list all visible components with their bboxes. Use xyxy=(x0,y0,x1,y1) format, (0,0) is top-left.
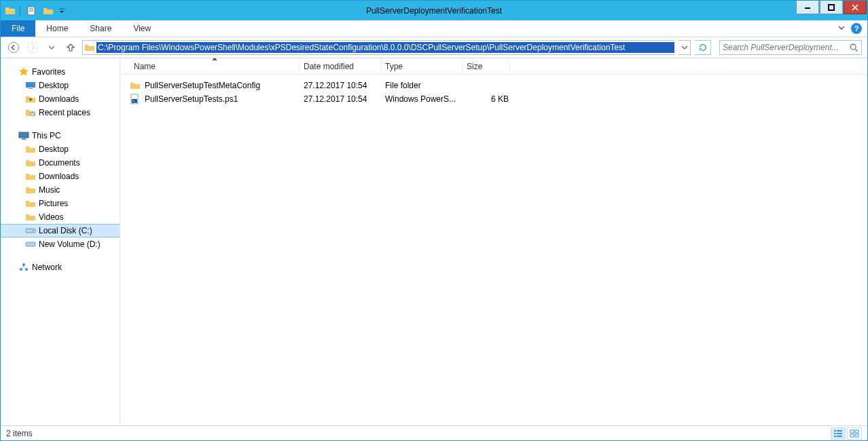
svg-rect-5 xyxy=(805,7,810,9)
file-name: PullServerSetupTestMetaConfig xyxy=(145,81,260,90)
sidebar-item-videos[interactable]: Videos xyxy=(1,210,120,224)
up-button[interactable] xyxy=(63,40,78,55)
maximize-button[interactable] xyxy=(820,1,843,14)
file-list-area[interactable]: Name Date modified Type Size PullServerS… xyxy=(120,58,867,425)
navigation-pane[interactable]: Favorites Desktop Downloads Recent place… xyxy=(1,58,120,425)
minimize-button[interactable] xyxy=(796,1,819,14)
column-type-label: Type xyxy=(385,62,403,71)
disk-icon xyxy=(25,239,36,250)
navigation-bar: C:\Program Files\WindowsPowerShell\Modul… xyxy=(1,37,867,58)
close-button[interactable] xyxy=(844,1,867,14)
sidebar-item-thispc[interactable]: This PC xyxy=(1,129,120,142)
favorites-group: Favorites Desktop Downloads Recent place… xyxy=(1,65,120,119)
svg-rect-28 xyxy=(834,436,836,437)
tab-view[interactable]: View xyxy=(122,20,162,37)
item-count: 2 items xyxy=(6,429,33,438)
view-switcher xyxy=(831,427,862,440)
desktop-icon xyxy=(25,80,36,91)
qat-customize-chevron-icon[interactable] xyxy=(57,6,67,16)
address-folder-icon xyxy=(83,42,96,53)
cell-date: 27.12.2017 10:54 xyxy=(304,94,385,104)
tab-share[interactable]: Share xyxy=(79,20,122,37)
sidebar-item-desktop[interactable]: Desktop xyxy=(1,79,120,92)
svg-rect-6 xyxy=(829,5,834,10)
search-icon[interactable] xyxy=(846,43,861,52)
svg-rect-17 xyxy=(26,242,35,246)
sidebar-item-downloads-pc[interactable]: Downloads xyxy=(1,170,120,183)
qat-newfolder-icon[interactable] xyxy=(41,3,56,18)
documents-icon xyxy=(25,157,36,168)
thispc-label: This PC xyxy=(32,131,61,140)
sidebar-item-downloads[interactable]: Downloads xyxy=(1,92,120,106)
table-row[interactable]: PullServerSetupTestMetaConfig 27.12.2017… xyxy=(120,79,867,92)
file-tab[interactable]: File xyxy=(1,20,35,37)
address-path[interactable]: C:\Program Files\WindowsPowerShell\Modul… xyxy=(96,42,674,53)
address-bar[interactable]: C:\Program Files\WindowsPowerShell\Modul… xyxy=(82,40,674,55)
svg-rect-30 xyxy=(850,430,854,433)
sidebar-item-new-volume-d[interactable]: New Volume (D:) xyxy=(1,237,120,251)
svg-point-9 xyxy=(850,44,856,50)
svg-rect-13 xyxy=(19,132,29,138)
thumbnails-view-button[interactable] xyxy=(847,427,862,440)
ribbon-expand-chevron-icon[interactable] xyxy=(837,24,846,34)
help-button[interactable]: ? xyxy=(851,23,862,34)
column-type[interactable]: Type xyxy=(381,58,463,74)
sidebar-item-label: Downloads xyxy=(39,172,79,181)
svg-point-7 xyxy=(8,42,18,52)
forward-button[interactable] xyxy=(25,40,40,55)
sidebar-item-local-disk-c[interactable]: Local Disk (C:) xyxy=(1,224,120,237)
svg-rect-32 xyxy=(850,434,854,437)
svg-rect-27 xyxy=(837,433,842,434)
column-size[interactable]: Size xyxy=(463,58,510,74)
table-row[interactable]: >_ PullServerSetupTests.ps1 27.12.2017 1… xyxy=(120,92,867,106)
cell-type: File folder xyxy=(385,81,467,90)
search-input[interactable] xyxy=(720,43,846,52)
back-button[interactable] xyxy=(6,40,21,55)
desktop-icon xyxy=(25,144,36,155)
cell-name[interactable]: PullServerSetupTestMetaConfig xyxy=(130,80,304,91)
sidebar-item-recent[interactable]: Recent places xyxy=(1,106,120,119)
thispc-group: This PC Desktop Documents Downloads Musi… xyxy=(1,129,120,251)
sidebar-item-label: New Volume (D:) xyxy=(39,239,101,249)
column-headers[interactable]: Name Date modified Type Size xyxy=(120,58,867,75)
svg-rect-4 xyxy=(59,8,65,9)
sidebar-item-favorites[interactable]: Favorites xyxy=(1,65,120,79)
cell-name[interactable]: >_ PullServerSetupTests.ps1 xyxy=(130,94,304,104)
svg-rect-31 xyxy=(855,430,858,433)
music-icon xyxy=(25,185,36,195)
refresh-button[interactable] xyxy=(695,40,711,55)
sidebar-item-music[interactable]: Music xyxy=(1,183,120,197)
address-history-chevron-icon[interactable] xyxy=(679,40,691,55)
computer-icon xyxy=(18,130,29,141)
tab-home[interactable]: Home xyxy=(35,20,79,37)
column-name[interactable]: Name xyxy=(130,58,300,74)
sidebar-item-pictures[interactable]: Pictures xyxy=(1,197,120,210)
details-view-button[interactable] xyxy=(831,427,846,440)
svg-point-20 xyxy=(22,263,25,266)
body: Favorites Desktop Downloads Recent place… xyxy=(1,58,867,425)
svg-rect-1 xyxy=(29,8,33,9)
sidebar-item-label: Documents xyxy=(39,158,80,168)
recent-locations-chevron-icon[interactable] xyxy=(44,40,59,55)
network-group: Network xyxy=(1,261,120,274)
downloads-icon xyxy=(25,94,36,104)
folder-icon xyxy=(130,80,141,91)
sort-ascending-icon xyxy=(212,58,217,60)
pictures-icon xyxy=(25,198,36,209)
ribbon-right: ? xyxy=(837,20,867,37)
search-box[interactable] xyxy=(719,40,862,55)
sidebar-item-label: Desktop xyxy=(39,81,69,90)
svg-text:>_: >_ xyxy=(132,99,137,103)
sidebar-item-network[interactable]: Network xyxy=(1,261,120,274)
sidebar-item-desktop-pc[interactable]: Desktop xyxy=(1,142,120,156)
separator xyxy=(20,5,20,17)
svg-rect-11 xyxy=(29,88,33,89)
titlebar[interactable]: PullServerDeploymentVerificationTest xyxy=(1,1,867,20)
sidebar-item-label: Downloads xyxy=(39,94,79,104)
column-date[interactable]: Date modified xyxy=(300,58,381,74)
app-folder-icon xyxy=(5,5,16,16)
svg-rect-24 xyxy=(834,430,836,432)
column-name-label: Name xyxy=(134,62,156,71)
qat-properties-icon[interactable] xyxy=(24,3,39,18)
sidebar-item-documents[interactable]: Documents xyxy=(1,156,120,170)
